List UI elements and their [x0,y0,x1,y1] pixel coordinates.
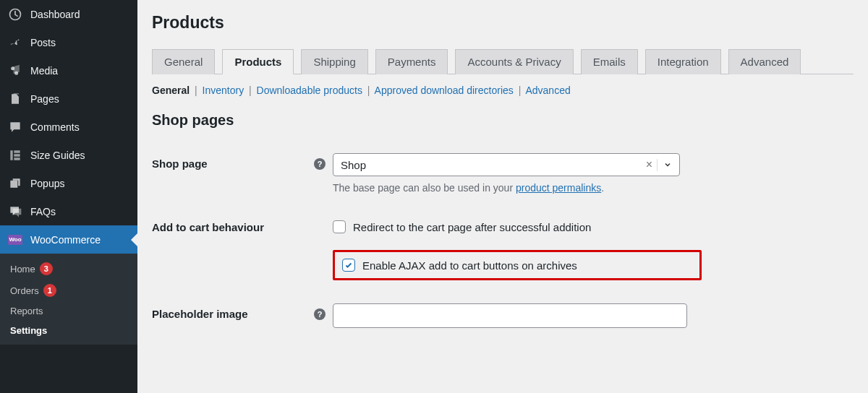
media-icon [7,63,23,79]
option-enable-ajax[interactable]: Enable AJAX add to cart buttons on archi… [342,255,692,275]
sidebar-label: WooCommerce [30,234,101,246]
option-redirect-after-add[interactable]: Redirect to the cart page after successf… [333,217,709,237]
pin-icon [7,35,23,51]
sidebar-submenu: Home 3 Orders 1 Reports Settings [0,254,137,345]
subtab-downloadable[interactable]: Downloadable products [257,85,362,96]
permalinks-link[interactable]: product permalinks [516,182,601,194]
help-text: The base page can also be used in your p… [333,182,709,194]
checkbox-unchecked-icon[interactable] [333,220,346,233]
subtab-advanced[interactable]: Advanced [525,85,570,96]
faq-icon [7,204,23,220]
ruler-icon [7,147,23,163]
label-shop-page: Shop page ? [152,153,333,170]
sidebar-label: Comments [30,121,80,133]
sidebar-item-pages[interactable]: Pages [0,85,137,113]
main-content: Products General Products Shipping Payme… [137,0,868,393]
sidebar-label: Posts [30,37,56,48]
sidebar-label: Pages [30,93,59,105]
count-badge: 3 [40,262,53,275]
admin-sidebar: Dashboard Posts Media Pages Comments Siz… [0,0,137,393]
sidebar-label: Size Guides [30,150,85,161]
tab-accounts-privacy[interactable]: Accounts & Privacy [455,49,573,74]
tab-advanced[interactable]: Advanced [728,49,801,74]
tab-general[interactable]: General [152,49,215,74]
label-add-to-cart: Add to cart behaviour [152,217,333,233]
count-badge: 1 [43,284,56,297]
option-label: Enable AJAX add to cart buttons on archi… [362,259,577,272]
sidebar-label: FAQs [30,206,56,217]
sidebar-item-comments[interactable]: Comments [0,113,137,141]
sidebar-item-size-guides[interactable]: Size Guides [0,141,137,169]
comments-icon [7,119,23,135]
sidebar-item-popups[interactable]: Popups [0,169,137,197]
tab-products[interactable]: Products [222,49,294,74]
chevron-down-icon[interactable] [657,159,672,171]
woo-icon: Woo [7,232,23,248]
sidebar-label: Dashboard [30,9,80,20]
tab-emails[interactable]: Emails [581,49,638,74]
page-title: Products [152,0,854,48]
placeholder-image-input[interactable] [333,303,687,328]
settings-tabs: General Products Shipping Payments Accou… [152,48,854,74]
subtab-inventory[interactable]: Inventory [203,85,244,96]
sidebar-item-dashboard[interactable]: Dashboard [0,0,137,28]
sidebar-subitem-settings[interactable]: Settings [0,321,137,340]
label-placeholder-image: Placeholder image ? [152,303,333,320]
sidebar-label: Popups [30,178,64,189]
sidebar-subitem-label: Home [10,264,35,275]
sidebar-item-media[interactable]: Media [0,56,137,85]
section-title: Shop pages [152,112,854,129]
sidebar-subitem-label: Orders [10,285,39,296]
shop-page-select[interactable]: Shop × [333,153,680,176]
settings-subtabs: General | Inventory | Downloadable produ… [152,77,854,112]
sidebar-subitem-label: Reports [10,306,43,316]
sidebar-subitem-orders[interactable]: Orders 1 [0,280,137,301]
sidebar-item-faqs[interactable]: FAQs [0,197,137,225]
help-icon[interactable]: ? [314,158,326,170]
sidebar-subitem-reports[interactable]: Reports [0,301,137,321]
row-placeholder-image: Placeholder image ? [152,303,854,328]
tab-shipping[interactable]: Shipping [301,49,367,74]
popup-icon [7,176,23,191]
sidebar-label: Media [30,65,58,77]
sidebar-item-posts[interactable]: Posts [0,28,137,56]
select-value: Shop [341,159,366,171]
subtab-general[interactable]: General [152,85,190,96]
sidebar-subitem-label: Settings [10,325,47,336]
row-add-to-cart: Add to cart behaviour Redirect to the ca… [152,217,854,280]
clear-icon[interactable]: × [642,158,657,171]
tab-payments[interactable]: Payments [375,49,448,74]
row-shop-page: Shop page ? Shop × The base page can als… [152,153,854,194]
dashboard-icon [7,7,23,22]
tab-integration[interactable]: Integration [645,49,721,74]
option-label: Redirect to the cart page after successf… [353,221,591,233]
checkbox-checked-icon[interactable] [342,259,355,272]
pages-icon [7,91,23,107]
sidebar-subitem-home[interactable]: Home 3 [0,258,137,280]
highlight-box: Enable AJAX add to cart buttons on archi… [333,250,702,280]
sidebar-item-woocommerce[interactable]: Woo WooCommerce [0,225,137,254]
help-icon[interactable]: ? [314,308,326,320]
subtab-approved-dirs[interactable]: Approved download directories [375,85,514,96]
